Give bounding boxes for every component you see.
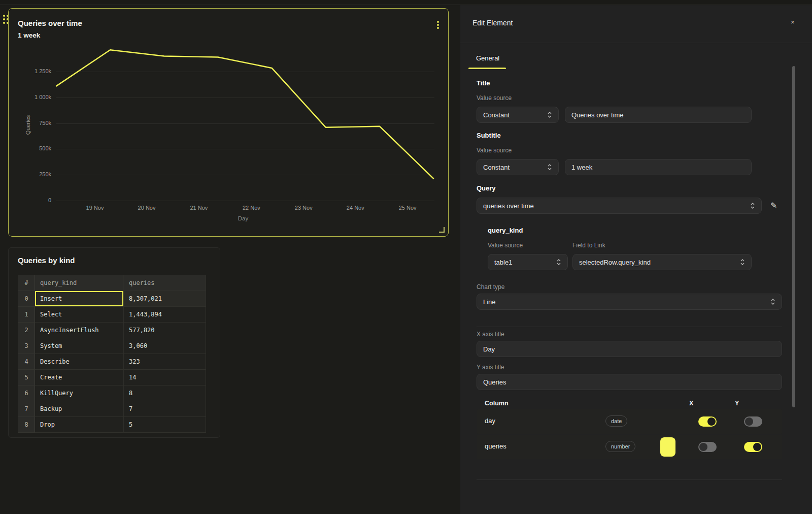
- cell-query-kind[interactable]: Describe: [35, 354, 123, 370]
- x-axis-label: Day: [238, 215, 248, 221]
- dashboard-canvas: Queries over time 1 week Queries 0250k50…: [0, 0, 460, 514]
- x-toggle-queries[interactable]: [698, 442, 717, 452]
- chart-subtitle: 1 week: [18, 31, 40, 39]
- table-row[interactable]: 7Backup7: [18, 401, 206, 417]
- cell-queries[interactable]: 5: [123, 417, 206, 433]
- section-divider: [477, 479, 782, 480]
- subtitle-value-input[interactable]: 1 week: [565, 159, 752, 175]
- y-tick-label: 1 000k: [9, 94, 51, 100]
- query-section-heading: Query: [477, 184, 496, 192]
- header-queries: queries: [123, 275, 206, 291]
- column-mapping-row-queries: queriesnumber: [477, 435, 782, 459]
- table-row[interactable]: 8Drop5: [18, 417, 206, 433]
- cell-query-kind[interactable]: KillQuery: [35, 385, 123, 401]
- table-row[interactable]: 6KillQuery8: [18, 385, 206, 401]
- x-tick-label: 25 Nov: [390, 205, 425, 211]
- cell-query-kind[interactable]: Create: [35, 370, 123, 385]
- table-row[interactable]: 2AsyncInsertFlush577,820: [18, 323, 206, 338]
- tab-active-underline: [468, 68, 506, 69]
- kebab-menu-icon[interactable]: [435, 21, 441, 32]
- cell-queries[interactable]: 1,443,894: [123, 307, 206, 323]
- chart-type-value: Line: [483, 298, 496, 306]
- y-axis-title-input[interactable]: Queries: [477, 374, 782, 390]
- cell-query-kind[interactable]: Select: [35, 307, 123, 323]
- app-root: Queries over time 1 week Queries 0250k50…: [0, 0, 812, 514]
- cell-index: 0: [18, 291, 35, 307]
- y-tick-label: 750k: [9, 120, 51, 126]
- cell-query-kind[interactable]: Insert: [35, 291, 123, 307]
- resize-handle[interactable]: [439, 227, 445, 233]
- field-to-link-dropdown[interactable]: selectedRow.query_kind: [572, 254, 752, 270]
- table-row[interactable]: 3System3,060: [18, 338, 206, 354]
- cell-queries[interactable]: 3,060: [123, 338, 206, 354]
- chevron-updown-icon: [740, 259, 745, 266]
- cell-index: 1: [18, 307, 35, 323]
- subtitle-source-dropdown[interactable]: Constant: [477, 159, 559, 175]
- cell-queries[interactable]: 7: [123, 401, 206, 417]
- title-source-dropdown[interactable]: Constant: [477, 107, 559, 123]
- cell-index: 3: [18, 338, 35, 354]
- chart-type-label: Chart type: [477, 283, 504, 291]
- panel-title: Edit Element: [472, 19, 513, 27]
- cell-index: 4: [18, 354, 35, 370]
- chart-type-dropdown[interactable]: Line: [477, 294, 782, 310]
- y-tick-label: 0: [9, 197, 51, 203]
- table-row[interactable]: 5Create14: [18, 370, 206, 385]
- title-value-input[interactable]: Queries over time: [565, 107, 752, 123]
- panel-scrollbar[interactable]: [792, 66, 795, 407]
- edit-element-panel: Edit Element × General Title Value sourc…: [460, 0, 812, 514]
- x-tick-label: 22 Nov: [233, 205, 269, 211]
- query-kind-value-source-label: Value source: [488, 242, 523, 249]
- gridline: [56, 123, 434, 124]
- queries-by-kind-card[interactable]: Queries by kind #query_kindqueries0Inser…: [8, 247, 220, 438]
- chevron-updown-icon: [547, 111, 552, 118]
- table-title: Queries by kind: [18, 256, 75, 265]
- column-name: day: [485, 417, 495, 425]
- cell-query-kind[interactable]: System: [35, 338, 123, 354]
- chart-title: Queries over time: [18, 19, 82, 27]
- table-header-row: #query_kindqueries: [18, 275, 206, 291]
- y-toggle-queries[interactable]: [744, 442, 762, 452]
- cell-queries[interactable]: 323: [123, 354, 206, 370]
- title-value-source-label: Value source: [477, 94, 512, 102]
- chart-card[interactable]: Queries over time 1 week Queries 0250k50…: [8, 8, 449, 237]
- query-dropdown[interactable]: queries over time: [477, 198, 762, 214]
- header-query-kind: query_kind: [35, 275, 123, 291]
- x-axis-title-value: Day: [483, 345, 495, 353]
- cell-queries[interactable]: 8: [123, 385, 206, 401]
- cell-index: 5: [18, 370, 35, 385]
- field-to-link-value: selectedRow.query_kind: [579, 259, 651, 266]
- gridline: [56, 149, 434, 149]
- table-row[interactable]: 1Select1,443,894: [18, 307, 206, 323]
- query-kind-heading: query_kind: [488, 227, 523, 234]
- cell-queries[interactable]: 14: [123, 370, 206, 385]
- toggle-knob: [699, 443, 707, 451]
- cell-queries[interactable]: 577,820: [123, 323, 206, 338]
- y-axis-title-value: Queries: [483, 378, 506, 386]
- x-axis-title-input[interactable]: Day: [477, 341, 782, 357]
- cell-query-kind[interactable]: AsyncInsertFlush: [35, 323, 123, 338]
- column-name: queries: [485, 442, 506, 450]
- chevron-updown-icon: [770, 298, 775, 305]
- edit-pencil-icon[interactable]: ✎: [770, 201, 777, 210]
- cell-index: 8: [18, 417, 35, 433]
- header-divider: [460, 43, 812, 43]
- series-color-swatch[interactable]: [660, 437, 675, 457]
- subtitle-value-text: 1 week: [571, 164, 592, 171]
- x-toggle-day[interactable]: [698, 416, 717, 427]
- cell-queries[interactable]: 8,307,021: [123, 291, 206, 307]
- x-tick-label: 23 Nov: [286, 205, 321, 211]
- query-kind-source-dropdown[interactable]: table1: [488, 254, 568, 270]
- columns-header-column: Column: [485, 400, 509, 407]
- chevron-updown-icon: [556, 259, 561, 266]
- cell-query-kind[interactable]: Backup: [35, 401, 123, 417]
- close-icon[interactable]: ×: [791, 18, 795, 26]
- subtitle-section-heading: Subtitle: [477, 132, 501, 139]
- y-tick-label: 250k: [9, 171, 51, 177]
- table-row[interactable]: 4Describe323: [18, 354, 206, 370]
- data-table: #query_kindqueries0Insert8,307,0211Selec…: [18, 275, 206, 433]
- tab-general[interactable]: General: [476, 54, 499, 62]
- cell-query-kind[interactable]: Drop: [35, 417, 123, 433]
- y-toggle-day[interactable]: [744, 416, 762, 427]
- table-row[interactable]: 0Insert8,307,021: [18, 291, 206, 307]
